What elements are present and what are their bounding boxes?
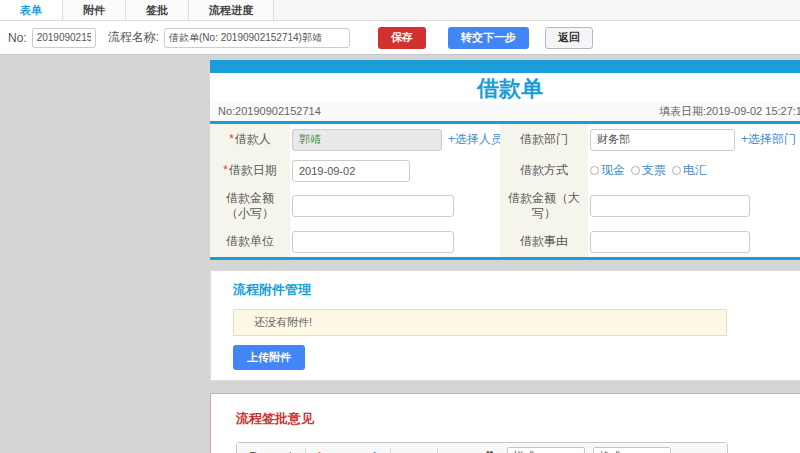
radio-circle-icon [590,166,599,175]
amount-lower-field-cell [290,186,500,226]
radio-wire[interactable]: 电汇 [672,162,707,179]
tab-attachments[interactable]: 附件 [63,0,126,20]
editor-toolbar: B I abc A ∞ ∞ ⚑ ≡ ≡ ⇤ ⇥ ” 样式 ▼ [237,443,727,453]
tab-form-label: 表单 [20,4,42,16]
tab-progress[interactable]: 流程进度 [189,0,274,20]
unit-label-cell: 借款单位 [210,226,290,257]
form-title: 借款单 [210,73,800,102]
department-label-cell: 借款部门 [500,124,588,155]
amount-lower-label-cell: 借款金额（小写） [210,186,290,226]
radio-cheque[interactable]: 支票 [631,162,666,179]
loan-form-panel: 借款单 No:20190902152714 填表日期:2019-09-02 15… [210,60,800,260]
radio-circle-icon [631,166,640,175]
bullet-list-icon[interactable]: ≡ [416,444,431,453]
attachments-title: 流程附件管理 [233,281,800,299]
reason-field-cell [588,226,800,257]
upload-attachment-button[interactable]: 上传附件 [233,345,305,370]
borrow-method-field-cell: 现金 支票 电汇 [588,155,800,186]
form-no-text: No:20190902152714 [218,102,321,121]
select-department-link[interactable]: +选择部门 [741,131,796,148]
action-toolbar: No: 流程名称: 保存 转交下一步 返回 [0,21,800,55]
styles-dropdown-label: 样式 [513,449,535,453]
format-dropdown-label: 格式 [599,449,621,453]
reason-input[interactable] [590,231,750,253]
loan-form-grid: *借款人 +选择人员 借款部门 +选择部门 *借款日期 借款方式 [210,124,800,260]
attachments-panel: 流程附件管理 还没有附件! 上传附件 [210,270,800,381]
unit-label: 借款单位 [226,234,274,249]
borrow-date-field-cell [290,155,500,186]
form-date-text: 填表日期:2019-09-02 15:27:1 [659,102,800,121]
tab-progress-label: 流程进度 [209,4,253,16]
borrower-label-cell: *借款人 [210,124,290,155]
flow-name-label: 流程名称: [108,29,159,46]
bold-icon[interactable]: B [246,444,261,453]
amount-upper-input[interactable] [590,195,750,217]
select-person-link[interactable]: +选择人员 [448,131,503,148]
unit-field-cell [290,226,500,257]
form-meta-row: No:20190902152714 填表日期:2019-09-02 15:27:… [210,102,800,124]
ordered-list-icon[interactable]: ≡ [397,444,412,453]
tab-signoff-label: 签批 [146,4,168,16]
toolbar-separator [437,448,438,453]
flow-name-input[interactable] [164,28,350,48]
tab-attachments-label: 附件 [83,4,105,16]
amount-upper-label: 借款金额（大写） [508,191,580,221]
radio-wire-label: 电汇 [683,162,707,179]
italic-icon[interactable]: I [265,444,280,453]
borrow-method-label: 借款方式 [520,163,568,178]
reason-label-cell: 借款事由 [500,226,588,257]
panel-header-bar [210,60,800,73]
amount-lower-label: 借款金额（小写） [218,191,282,221]
remove-format-icon[interactable]: A [312,444,327,453]
department-field-cell: +选择部门 [588,124,800,155]
save-button[interactable]: 保存 [378,27,426,49]
borrow-date-input[interactable] [292,160,410,182]
indent-icon[interactable]: ⇥ [463,444,478,453]
borrow-method-radio-group: 现金 支票 电汇 [590,162,713,179]
forward-next-step-button[interactable]: 转交下一步 [448,27,529,49]
tab-bar: 表单 附件 签批 流程进度 [0,0,800,21]
borrower-field-cell: +选择人员 [290,124,500,155]
borrower-label: 借款人 [235,132,271,146]
flag-icon[interactable]: ⚑ [369,444,384,453]
signoff-panel: 流程签批意见 B I abc A ∞ ∞ ⚑ ≡ ≡ ⇤ ⇥ ” 样式 [210,393,800,453]
unlink-icon[interactable]: ∞ [350,444,365,453]
link-icon[interactable]: ∞ [331,444,346,453]
tab-signoff[interactable]: 签批 [126,0,189,20]
signoff-title: 流程签批意见 [236,410,800,428]
no-label: No: [8,31,27,45]
unit-input[interactable] [292,231,454,253]
tab-form[interactable]: 表单 [0,0,63,20]
amount-lower-input[interactable] [292,195,454,217]
blockquote-icon[interactable]: ” [482,444,497,453]
radio-cheque-label: 支票 [642,162,666,179]
no-attachments-message: 还没有附件! [233,309,727,336]
department-input[interactable] [590,129,735,151]
back-button[interactable]: 返回 [545,27,593,49]
borrow-method-label-cell: 借款方式 [500,155,588,186]
required-asterisk: * [223,163,228,177]
borrow-date-label-cell: *借款日期 [210,155,290,186]
reason-label: 借款事由 [520,234,568,249]
radio-circle-icon [672,166,681,175]
styles-dropdown[interactable]: 样式 ▼ [507,447,585,453]
amount-upper-field-cell [588,186,800,226]
toolbar-separator [305,448,306,453]
required-asterisk: * [229,132,234,146]
rich-text-editor: B I abc A ∞ ∞ ⚑ ≡ ≡ ⇤ ⇥ ” 样式 ▼ [236,442,728,453]
department-label: 借款部门 [520,132,568,147]
toolbar-separator [390,448,391,453]
amount-upper-label-cell: 借款金额（大写） [500,186,588,226]
radio-cash-label: 现金 [601,162,625,179]
main-area: 借款单 No:20190902152714 填表日期:2019-09-02 15… [0,55,800,453]
borrower-input[interactable] [292,129,442,151]
format-dropdown[interactable]: 格式 ▼ [593,447,671,453]
no-input[interactable] [32,28,96,48]
borrow-date-label: 借款日期 [229,163,277,177]
radio-cash[interactable]: 现金 [590,162,625,179]
strikethrough-icon[interactable]: abc [284,444,299,453]
outdent-icon[interactable]: ⇤ [444,444,459,453]
